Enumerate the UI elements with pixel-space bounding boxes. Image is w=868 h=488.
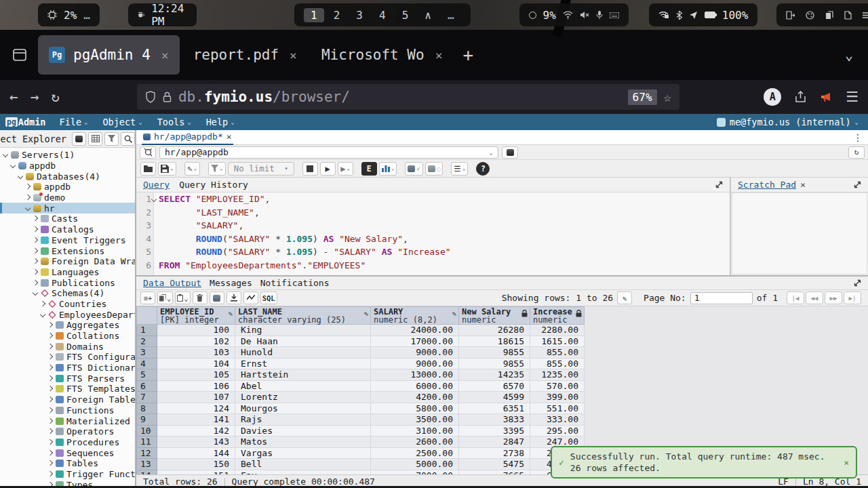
cell[interactable]: 3500.00 <box>371 414 459 426</box>
row-number[interactable]: 9 <box>137 414 157 426</box>
workspace-switcher[interactable]: 12345 ∧ … <box>294 3 470 26</box>
save-file-button[interactable]: ⌄ <box>158 162 176 176</box>
cell[interactable]: 551.00 <box>530 403 585 414</box>
save-data-button[interactable] <box>210 291 224 304</box>
commit-button[interactable]: ✓ <box>405 162 422 176</box>
cell[interactable]: 7000.00 <box>371 470 459 474</box>
delete-row-button[interactable] <box>193 291 208 304</box>
share-icon[interactable] <box>795 91 806 103</box>
tab-notifications[interactable]: Notifications <box>260 278 330 288</box>
row-number[interactable]: 12 <box>137 447 157 459</box>
close-icon[interactable]: × <box>844 457 849 468</box>
new-tab-button[interactable]: + <box>462 45 473 65</box>
expand-icon[interactable] <box>715 181 723 188</box>
table-row[interactable]: 12144Vargas2500.002738238.00 <box>137 447 585 459</box>
execute-button[interactable]: ▶ <box>320 162 336 176</box>
cell[interactable]: Mourgos <box>235 403 371 414</box>
table-row[interactable]: 13150Bell5000.005475475.00 <box>137 459 585 470</box>
cell[interactable]: 143 <box>157 436 235 448</box>
edit-button[interactable]: ✎⌄ <box>184 162 200 176</box>
row-number[interactable]: 8 <box>137 403 157 414</box>
cell[interactable]: 102 <box>157 336 235 347</box>
cell[interactable]: 333.00 <box>530 414 585 426</box>
workspace-2[interactable]: 2 <box>327 8 347 22</box>
chevron-right-icon[interactable] <box>47 439 54 446</box>
cell[interactable]: 5800.00 <box>371 403 459 414</box>
cell[interactable]: 26280 <box>459 325 530 336</box>
chevron-right-icon[interactable] <box>47 470 54 478</box>
tree-item-appdb[interactable]: appdb <box>0 182 135 192</box>
cell[interactable]: Abel <box>235 380 371 392</box>
chevron-right-icon[interactable] <box>47 343 54 350</box>
palette-icon[interactable] <box>806 11 814 20</box>
table-row[interactable]: 4104Ernst9000.009855855.00 <box>137 358 585 369</box>
tree-item-employeesdepartments[interactable]: EmployeesDepartments <box>0 309 135 320</box>
copy-button[interactable]: ⌄ <box>157 291 173 304</box>
cell[interactable]: 399.00 <box>530 392 585 403</box>
cell[interactable]: 7665 <box>459 470 530 474</box>
cell[interactable]: 9855 <box>459 358 530 369</box>
new-connection-button[interactable] <box>502 146 518 159</box>
chevron-right-icon[interactable] <box>47 460 54 467</box>
connection-status-button[interactable] <box>140 146 156 159</box>
cell[interactable]: 855.00 <box>530 358 585 369</box>
server-button[interactable] <box>72 132 86 146</box>
chevron-right-icon[interactable] <box>32 247 39 255</box>
chevron-down-icon[interactable] <box>2 151 9 159</box>
chevron-down-icon[interactable]: ⌄ <box>462 165 466 171</box>
row-number[interactable]: 1 <box>137 325 157 336</box>
tab-list-chevron-icon[interactable]: ⌄ <box>845 47 861 63</box>
files-icon[interactable] <box>825 11 833 20</box>
cell[interactable]: 4200.00 <box>371 392 459 403</box>
tree-item-foreign-data-wrappers[interactable]: Foreign Data Wrappers <box>0 256 135 267</box>
cell[interactable]: Bell <box>235 459 371 470</box>
cell[interactable]: 3833 <box>459 414 530 426</box>
open-file-button[interactable] <box>140 162 156 176</box>
chevron-down-icon[interactable]: ⌄ <box>347 165 350 171</box>
chevron-right-icon[interactable] <box>32 279 39 287</box>
table-row[interactable]: 2102De Haan17000.00186151615.00 <box>137 336 585 347</box>
workspace-1[interactable]: 1 <box>304 8 324 22</box>
scratch-pad-textarea[interactable] <box>732 192 867 274</box>
tree-item-publications[interactable]: Publications <box>0 277 135 288</box>
kebab-menu-icon[interactable]: ⋮ <box>853 132 863 143</box>
row-number[interactable]: 11 <box>137 436 157 448</box>
zoom-level-badge[interactable]: 67% <box>628 89 657 105</box>
document-icon[interactable] <box>844 11 852 20</box>
chevron-right-icon[interactable] <box>47 385 54 392</box>
back-button[interactable]: ← <box>9 89 18 105</box>
chevron-right-icon[interactable] <box>32 215 39 222</box>
chevron-down-icon[interactable]: ⌄ <box>220 165 223 171</box>
cell[interactable]: 105 <box>157 369 235 381</box>
tray-widget[interactable]: 100% <box>649 3 758 26</box>
tree-item-tables[interactable]: Tables <box>0 458 135 469</box>
tree-item-domains[interactable]: Domains <box>0 341 135 352</box>
cell[interactable]: 17000.00 <box>371 336 459 347</box>
chevron-down-icon[interactable] <box>24 205 32 212</box>
execute-options-button[interactable]: ▶⌄ <box>338 162 353 176</box>
cell[interactable]: 1235.00 <box>530 369 585 381</box>
cell[interactable]: Hunold <box>235 347 371 359</box>
cell[interactable]: Hartstein <box>235 369 371 381</box>
row-number[interactable]: 13 <box>137 459 157 470</box>
cell[interactable]: Vargas <box>235 447 371 459</box>
scratch-pad-tab[interactable]: Scratch Pad <box>738 180 796 190</box>
tree-item-fts-parsers[interactable]: FTS Parsers <box>0 373 135 384</box>
menu-file[interactable]: File⌄ <box>60 117 88 127</box>
chevron-down-icon[interactable] <box>17 173 24 180</box>
add-row-button[interactable]: ≡+ <box>140 291 155 304</box>
macros-button[interactable]: ☰⌄ <box>451 162 468 176</box>
cell[interactable]: De Haan <box>235 336 371 347</box>
cell[interactable]: 3395 <box>459 425 530 436</box>
cell[interactable]: 295.00 <box>530 425 585 436</box>
table-row[interactable]: 3103Hunold9000.009855855.00 <box>137 347 585 359</box>
workspace-more[interactable]: … <box>441 8 461 22</box>
lock-icon[interactable] <box>163 92 172 102</box>
chevron-down-icon[interactable]: ⌄ <box>184 294 188 302</box>
tree-item-event-triggers[interactable]: Event Triggers <box>0 235 135 246</box>
limit-select[interactable]: No limit ▾ <box>228 162 294 176</box>
tree-item-languages[interactable]: Languages <box>0 267 135 278</box>
expand-icon[interactable] <box>854 279 861 287</box>
cell[interactable]: Matos <box>235 436 371 448</box>
table-row[interactable]: 8124Mourgos5800.006351551.00 <box>137 403 585 414</box>
